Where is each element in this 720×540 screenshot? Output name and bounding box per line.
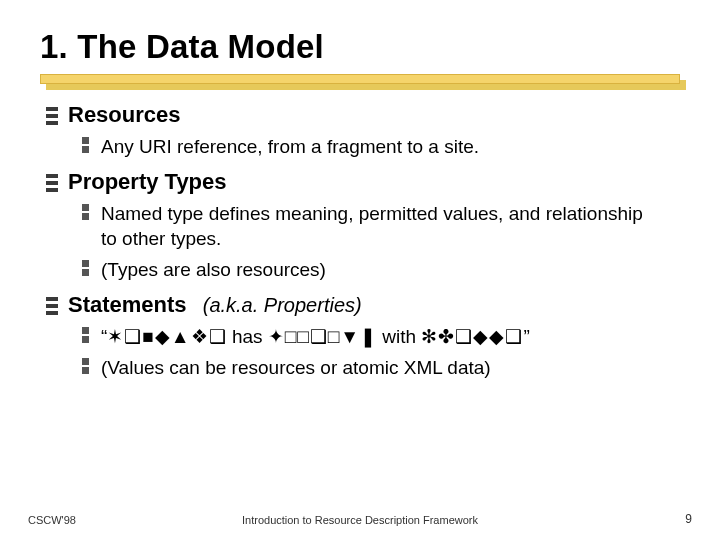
section-statements: Statements (a.k.a. Properties) bbox=[46, 292, 680, 318]
slide-footer: CSCW'98 Introduction to Resource Descrip… bbox=[0, 512, 720, 526]
has-word: has bbox=[227, 326, 268, 347]
section-heading: Property Types bbox=[68, 169, 227, 195]
with-word: with bbox=[377, 326, 421, 347]
list-item-text: (Values can be resources or atomic XML d… bbox=[101, 355, 491, 380]
title-underline bbox=[40, 74, 680, 92]
resource-glyphs: ✶❑■◆▲❖❑ bbox=[107, 326, 226, 347]
section-heading-aka: (a.k.a. Properties) bbox=[203, 294, 362, 316]
slide: 1. The Data Model Resources Any URI refe… bbox=[0, 0, 720, 540]
sub-bullet-icon bbox=[82, 137, 89, 153]
slide-body: Resources Any URI reference, from a frag… bbox=[40, 102, 680, 380]
statement-triple: “✶❑■◆▲❖❑ has ✦□□❑□▼❚ with ✻✤❑◆◆❑” bbox=[101, 324, 530, 349]
list-item-text: Named type defines meaning, permitted va… bbox=[101, 201, 661, 251]
section-heading: Statements (a.k.a. Properties) bbox=[68, 292, 362, 318]
property-glyphs: ✦□□❑□▼❚ bbox=[268, 326, 377, 347]
section-heading: Resources bbox=[68, 102, 181, 128]
value-glyphs: ✻✤❑◆◆❑ bbox=[421, 326, 523, 347]
bullet-icon bbox=[46, 297, 58, 315]
bullet-icon bbox=[46, 107, 58, 125]
list-item-text: Any URI reference, from a fragment to a … bbox=[101, 134, 479, 159]
section-property-types: Property Types bbox=[46, 169, 680, 195]
footer-center: Introduction to Resource Description Fra… bbox=[0, 514, 720, 526]
sub-bullet-icon bbox=[82, 327, 89, 343]
slide-title: 1. The Data Model bbox=[40, 28, 680, 66]
list-item: (Types are also resources) bbox=[82, 257, 680, 282]
close-quote: ” bbox=[523, 326, 529, 347]
section-heading-text: Statements bbox=[68, 292, 187, 317]
bullet-icon bbox=[46, 174, 58, 192]
list-item: “✶❑■◆▲❖❑ has ✦□□❑□▼❚ with ✻✤❑◆◆❑” bbox=[82, 324, 680, 349]
list-item: Any URI reference, from a fragment to a … bbox=[82, 134, 680, 159]
list-item-text: (Types are also resources) bbox=[101, 257, 326, 282]
sub-bullet-icon bbox=[82, 358, 89, 374]
section-resources: Resources bbox=[46, 102, 680, 128]
list-item: (Values can be resources or atomic XML d… bbox=[82, 355, 680, 380]
sub-bullet-icon bbox=[82, 204, 89, 220]
sub-bullet-icon bbox=[82, 260, 89, 276]
list-item: Named type defines meaning, permitted va… bbox=[82, 201, 680, 251]
